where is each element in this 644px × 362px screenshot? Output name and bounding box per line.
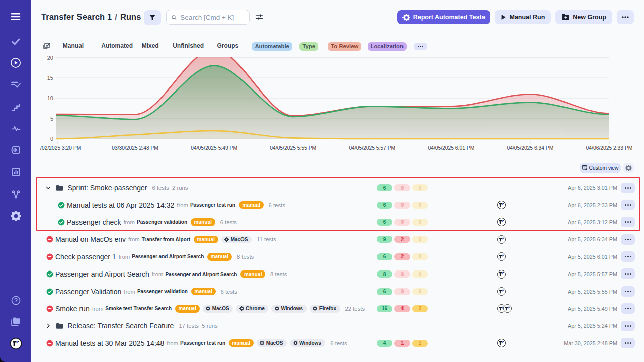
tab-automated[interactable]: Automated bbox=[101, 42, 133, 49]
sidebar-item-box-arrow-in[interactable] bbox=[0, 145, 31, 155]
run-source[interactable]: Passenger test run bbox=[180, 340, 225, 346]
avatar[interactable] bbox=[503, 304, 512, 313]
filter-button[interactable] bbox=[144, 10, 161, 25]
tag-filter-localization[interactable]: Localization bbox=[368, 42, 407, 51]
run-title[interactable]: Passenger check bbox=[67, 218, 121, 226]
avatar[interactable] bbox=[497, 252, 506, 261]
sidebar-item-list-check[interactable] bbox=[0, 79, 31, 90]
manual-tag: manual bbox=[207, 253, 232, 261]
tag-filter-to-review[interactable]: To Review bbox=[328, 42, 361, 51]
env-pill: MacOS bbox=[203, 305, 233, 313]
avatar[interactable] bbox=[497, 201, 506, 209]
tag-filter-type[interactable]: Type bbox=[299, 42, 318, 51]
run-source[interactable]: Passenger and Airport Search bbox=[165, 272, 237, 277]
sidebar-item-check[interactable] bbox=[0, 36, 31, 47]
run-tests-count: 6 tests bbox=[220, 219, 237, 225]
report-automated-tests-button[interactable]: Report Automated Tests bbox=[397, 10, 491, 24]
row-more-button[interactable] bbox=[621, 338, 635, 348]
run-source[interactable]: Smoke test Transfer Search bbox=[105, 306, 172, 311]
avatar[interactable] bbox=[497, 270, 506, 279]
testomat-logo-icon bbox=[499, 220, 504, 224]
tab-mixed[interactable]: Mixed bbox=[142, 42, 159, 49]
row-more-button[interactable] bbox=[621, 321, 635, 331]
status-passed-icon bbox=[46, 288, 53, 295]
run-from-label: from bbox=[167, 340, 178, 346]
avatar[interactable] bbox=[497, 218, 506, 226]
tab-unfinished[interactable]: Unfinished bbox=[173, 42, 204, 49]
chevron-right-icon[interactable] bbox=[45, 323, 51, 329]
skipped-badge: 0 bbox=[412, 202, 428, 209]
new-group-button[interactable]: New Group bbox=[555, 10, 612, 24]
run-date: Apr 5, 2025 5:55 PM bbox=[568, 283, 617, 300]
select-all-icon[interactable] bbox=[42, 42, 50, 50]
run-source[interactable]: Transfer from Aiport bbox=[142, 237, 190, 242]
list-check-icon bbox=[10, 79, 21, 90]
runs-table: Sprint: Smoke-passenger6 tests 2 runs600… bbox=[31, 179, 644, 352]
group-title[interactable]: Sprint: Smoke-passenger bbox=[68, 184, 147, 192]
run-row: Passenger checkfromPassenger validationm… bbox=[31, 214, 644, 231]
row-more-button[interactable] bbox=[621, 251, 635, 262]
row-more-button[interactable] bbox=[621, 286, 635, 297]
tag-filter-more-button[interactable] bbox=[414, 43, 427, 50]
tag-filter-automatable[interactable]: Automatable bbox=[252, 42, 292, 51]
sidebar-item-menu[interactable] bbox=[0, 11, 31, 23]
run-source[interactable]: Passenger validation bbox=[137, 289, 188, 294]
run-title[interactable]: Passenger and Airport Search bbox=[55, 270, 149, 278]
header-more-button[interactable] bbox=[617, 10, 634, 24]
sidebar-item-bar-chart[interactable] bbox=[0, 167, 31, 177]
chevron-down-icon[interactable] bbox=[45, 185, 51, 191]
search-input[interactable] bbox=[180, 14, 245, 21]
passed-badge: 6 bbox=[377, 288, 392, 295]
gear-icon bbox=[239, 306, 244, 311]
failed-badge: 0 bbox=[394, 288, 410, 295]
sidebar-item-stairs[interactable] bbox=[0, 102, 31, 112]
adjustments-icon[interactable] bbox=[255, 14, 263, 21]
run-title[interactable]: Manual on MacOs env bbox=[55, 235, 126, 243]
run-source[interactable]: Passenger and Airport Search bbox=[132, 254, 204, 259]
sidebar-item-help-circle[interactable] bbox=[0, 295, 31, 306]
custom-view-button[interactable]: Custom view bbox=[580, 163, 621, 173]
row-more-button[interactable] bbox=[621, 183, 635, 193]
tab-groups[interactable]: Groups bbox=[217, 42, 239, 49]
status-failed-icon bbox=[46, 340, 53, 347]
manual-tag: manual bbox=[239, 201, 264, 209]
row-more-button[interactable] bbox=[621, 234, 635, 245]
avatar[interactable] bbox=[497, 235, 506, 244]
tab-manual[interactable]: Manual bbox=[63, 42, 84, 49]
run-source[interactable]: Passenger test run bbox=[190, 202, 235, 208]
sidebar-item-pulse[interactable] bbox=[0, 123, 31, 134]
env-pill: Chrome bbox=[236, 305, 268, 313]
run-title[interactable]: Smoke run bbox=[55, 305, 90, 313]
env-pill: MacOS bbox=[257, 339, 287, 347]
row-more-button[interactable] bbox=[621, 303, 635, 314]
play-circle-icon bbox=[10, 57, 21, 68]
run-title[interactable]: Manual tests at 06 Apr 2025 14:32 bbox=[67, 201, 174, 209]
skipped-badge: 1 bbox=[412, 340, 428, 347]
avatar[interactable] bbox=[497, 287, 506, 296]
skipped-badge: 2 bbox=[412, 305, 428, 312]
avatar[interactable] bbox=[497, 339, 506, 347]
run-source[interactable]: Passenger validation bbox=[137, 219, 187, 225]
breadcrumb-project[interactable]: Transfer Search 1 bbox=[41, 12, 112, 21]
run-title[interactable]: Passenger Validation bbox=[55, 288, 121, 296]
passed-badge: 16 bbox=[377, 305, 392, 312]
breadcrumb: Transfer Search 1/Runs bbox=[41, 12, 141, 22]
sidebar-logo[interactable] bbox=[0, 337, 31, 350]
row-more-button[interactable] bbox=[621, 200, 635, 210]
run-title[interactable]: Manual tests at 30 Mar 2025 14:48 bbox=[55, 339, 164, 347]
sidebar-item-gear[interactable] bbox=[0, 211, 31, 221]
group-title[interactable]: Release: Transfer Search Feature bbox=[68, 322, 174, 330]
sidebar-item-folders[interactable] bbox=[0, 316, 31, 327]
sidebar-item-play-circle[interactable] bbox=[0, 57, 31, 68]
manual-run-button[interactable]: Manual Run bbox=[495, 10, 551, 24]
sidebar-item-branch[interactable] bbox=[0, 189, 31, 199]
row-more-button[interactable] bbox=[621, 217, 635, 227]
passed-badge: 6 bbox=[377, 184, 392, 191]
result-badges: 411 bbox=[377, 335, 428, 352]
search-box[interactable] bbox=[166, 10, 250, 25]
row-more-button[interactable] bbox=[621, 268, 635, 279]
run-tests-count: 8 tests bbox=[270, 271, 287, 277]
env-pill: Windows bbox=[290, 339, 325, 347]
view-settings-button[interactable] bbox=[623, 163, 634, 173]
run-title[interactable]: Check passenger 1 bbox=[55, 253, 116, 261]
